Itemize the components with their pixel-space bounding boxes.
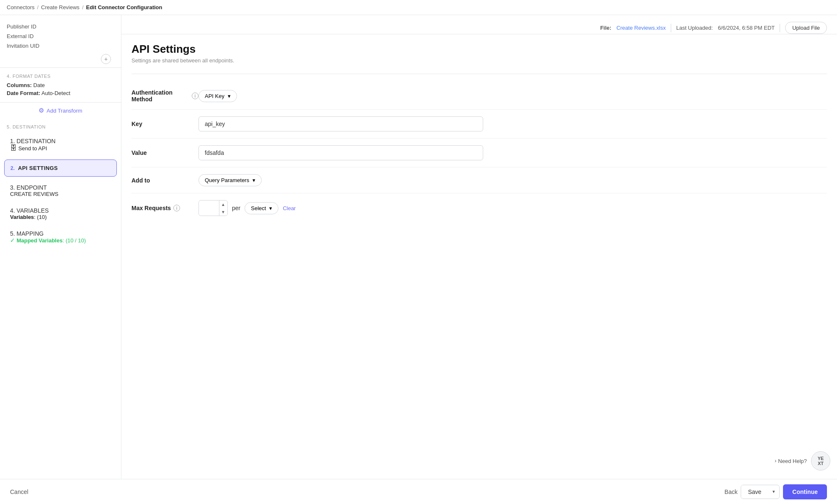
max-requests-row: Max Requests i ▲ ▼ per [131, 193, 827, 223]
breadcrumb-current: Edit Connector Configuration [86, 4, 162, 10]
chevron-right-icon: › [775, 458, 776, 464]
save-button[interactable]: Save [741, 485, 768, 499]
settings-form: Authentication Method i API Key ▾ Key [121, 65, 837, 479]
value-label: Value [131, 149, 198, 156]
page-subtitle: Settings are shared between all endpoint… [131, 57, 827, 64]
max-requests-label: Max Requests i [131, 205, 198, 211]
need-help-section: › Need Help? YE XT [775, 451, 830, 471]
sidebar-variables-step[interactable]: 4. VARIABLES Variables: (10) [4, 203, 117, 224]
auth-method-row: Authentication Method i API Key ▾ [131, 82, 827, 110]
upload-file-button[interactable]: Upload File [785, 22, 827, 34]
page-title: API Settings [131, 43, 827, 56]
sidebar-field-publisher-id: Publisher ID [7, 22, 114, 31]
db-icon: 🗄 [10, 144, 17, 152]
content-area: File: Create Reviews.xlsx Last Uploaded:… [121, 15, 837, 479]
add-to-content: Query Parameters ▾ [198, 174, 827, 186]
format-dates-date-format: Date Format: Auto-Detect [7, 90, 114, 96]
chevron-down-icon: ▾ [228, 93, 231, 99]
form-divider [131, 74, 827, 74]
value-row: Value [131, 139, 827, 167]
sidebar-field-invitation-uid: Invitation UID [7, 41, 114, 51]
per-label: per [232, 205, 240, 211]
last-uploaded-label: Last Uploaded: [676, 25, 713, 31]
value-content [198, 145, 827, 160]
chevron-down-icon-4: ▾ [773, 489, 775, 494]
key-input[interactable] [198, 116, 483, 131]
arrow-down-button[interactable]: ▼ [219, 208, 227, 216]
breadcrumb-sep1: / [37, 4, 39, 10]
clear-link[interactable]: Clear [283, 205, 296, 211]
need-help-text: › Need Help? [775, 458, 807, 464]
number-arrows: ▲ ▼ [219, 201, 227, 216]
key-content [198, 116, 827, 131]
add-transform-icon: ⚙ [39, 107, 44, 114]
auth-method-select[interactable]: API Key ▾ [198, 90, 237, 102]
value-input[interactable] [198, 145, 483, 160]
cancel-button[interactable]: Cancel [10, 489, 28, 495]
add-field-button[interactable]: + [101, 54, 111, 64]
sidebar: Publisher ID External ID Invitation UID … [0, 15, 121, 479]
sidebar-field-external-id: External ID [7, 31, 114, 41]
file-info: File: Create Reviews.xlsx Last Uploaded:… [600, 22, 827, 34]
breadcrumb-part1[interactable]: Connectors [7, 4, 34, 10]
add-to-select[interactable]: Query Parameters ▾ [198, 174, 262, 186]
breadcrumb-part2[interactable]: Create Reviews [41, 4, 80, 10]
file-divider2 [780, 24, 780, 32]
back-button[interactable]: Back [724, 489, 737, 495]
chevron-down-icon-3: ▾ [269, 205, 272, 211]
file-link[interactable]: Create Reviews.xlsx [616, 25, 666, 31]
sidebar-destination-step1[interactable]: 1. DESTINATION 🗄 Send to API [4, 134, 117, 156]
help-avatar-button[interactable]: YE XT [811, 451, 830, 471]
max-requests-content: ▲ ▼ per Select ▾ Clear [198, 200, 827, 216]
arrow-up-button[interactable]: ▲ [219, 201, 227, 208]
max-requests-info-icon[interactable]: i [173, 205, 180, 211]
format-dates-columns: Columns: Date [7, 82, 114, 88]
sidebar-format-dates: 4. FORMAT DATES Columns: Date Date Forma… [0, 68, 121, 103]
add-to-label: Add to [131, 177, 198, 184]
file-divider [671, 24, 671, 32]
save-button-wrap: Save ▾ [741, 485, 780, 499]
continue-button[interactable]: Continue [783, 484, 827, 499]
sidebar-endpoint-step[interactable]: 3. ENDPOINT CREATE REVIEWS [4, 180, 117, 201]
check-icon: ✓ [10, 237, 15, 244]
auth-method-content: API Key ▾ [198, 90, 827, 102]
page-title-section: API Settings Settings are shared between… [121, 34, 837, 65]
sidebar-api-settings-step[interactable]: 2. API SETTINGS [4, 159, 117, 177]
number-input-wrap: ▲ ▼ [198, 200, 228, 216]
auth-method-info-icon[interactable]: i [192, 93, 198, 99]
add-to-row: Add to Query Parameters ▾ [131, 167, 827, 193]
max-requests-input[interactable] [199, 201, 219, 215]
max-requests-controls: ▲ ▼ per Select ▾ Clear [198, 200, 827, 216]
sidebar-top-fields: Publisher ID External ID Invitation UID … [0, 15, 121, 68]
content-header: File: Create Reviews.xlsx Last Uploaded:… [121, 15, 837, 34]
format-dates-step-label: 4. FORMAT DATES [7, 74, 114, 79]
bottom-bar: Cancel Back Save ▾ Continue [0, 479, 837, 504]
add-transform-button[interactable]: ⚙ Add Transform [0, 103, 121, 118]
save-dropdown-button[interactable]: ▾ [768, 486, 779, 498]
breadcrumb: Connectors / Create Reviews / Edit Conne… [0, 0, 837, 15]
key-label: Key [131, 121, 198, 127]
sidebar-mapping-step[interactable]: 5. MAPPING ✓ Mapped Variables: (10 / 10) [4, 226, 117, 248]
per-select[interactable]: Select ▾ [245, 202, 278, 214]
chevron-down-icon-2: ▾ [252, 177, 255, 183]
key-row: Key [131, 110, 827, 139]
destination-header: 5. DESTINATION [0, 118, 121, 133]
auth-method-label: Authentication Method i [131, 89, 198, 103]
right-actions: Back Save ▾ Continue [724, 484, 827, 499]
last-uploaded-value: 6/6/2024, 6:58 PM EDT [718, 25, 775, 31]
breadcrumb-sep2: / [82, 4, 84, 10]
